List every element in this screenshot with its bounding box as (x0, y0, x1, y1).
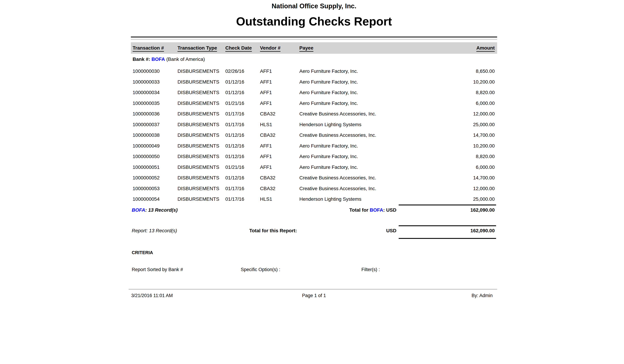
column-header-type[interactable]: Transaction Type (178, 45, 217, 52)
group-total-bank-link[interactable]: BOFA (370, 207, 383, 213)
cell-transaction[interactable]: 1000000053 (133, 183, 160, 194)
cell-vendor: CBA32 (260, 172, 275, 183)
cell-transaction[interactable]: 1000000049 (133, 141, 160, 151)
cell-check-date: 02/26/16 (225, 66, 244, 77)
cell-check-date: 01/12/16 (225, 130, 244, 141)
cell-payee: Aero Furniture Factory, Inc. (299, 141, 358, 151)
cell-type: DISBURSEMENTS (178, 183, 219, 194)
cell-vendor: AFF1 (260, 66, 272, 77)
cell-vendor: CBA32 (260, 108, 275, 119)
cell-transaction[interactable]: 1000000033 (133, 77, 160, 87)
table-row: 1000000051DISBURSEMENTS01/21/16AFF1Aero … (131, 162, 497, 173)
criteria-filters-label: Filter(s) : (362, 267, 380, 272)
cell-amount: 6,000.00 (476, 162, 495, 173)
cell-check-date: 01/21/16 (225, 98, 244, 109)
cell-payee: Henderson Lighting Systems (299, 194, 362, 205)
group-record-count: BOFA: 13 Record(s) (132, 207, 178, 213)
report-total-currency: USD (386, 228, 396, 234)
cell-type: DISBURSEMENTS (178, 172, 219, 183)
report-total-rule-bottom (399, 238, 496, 239)
group-record-bank-link[interactable]: BOFA (132, 207, 145, 213)
cell-payee: Creative Business Accessories, Inc. (299, 108, 376, 119)
criteria-heading: CRITERIA (132, 250, 153, 255)
cell-type: DISBURSEMENTS (178, 87, 219, 98)
bank-code-link[interactable]: BOFA (152, 56, 165, 62)
cell-payee: Creative Business Accessories, Inc. (299, 130, 376, 141)
cell-check-date: 01/12/16 (225, 77, 244, 87)
cell-check-date: 01/12/16 (225, 87, 244, 98)
cell-transaction[interactable]: 1000000052 (133, 172, 160, 183)
report-total-row: Report: 13 Record(s) Total for this Repo… (131, 228, 497, 236)
cell-check-date: 01/21/16 (225, 162, 244, 173)
column-header-transaction[interactable]: Transaction # (133, 45, 164, 52)
report-content: National Office Supply, Inc. Outstanding… (131, 0, 497, 364)
footer-rule (129, 289, 497, 290)
criteria-sorted-by: Report Sorted by Bank # (132, 267, 183, 272)
table-row: 1000000034DISBURSEMENTS01/12/16AFF1Aero … (131, 87, 497, 98)
column-header-check-date[interactable]: Check Date (225, 45, 252, 52)
bank-group-header: Bank #: BOFA (Bank of America) (133, 56, 205, 62)
group-record-count-text: : 13 Record(s) (145, 207, 178, 213)
cell-transaction[interactable]: 1000000030 (133, 66, 160, 77)
table-row: 1000000038DISBURSEMENTS01/12/16CBA32Crea… (131, 130, 497, 141)
cell-amount: 14,700.00 (473, 130, 495, 141)
report-record-count: Report: 13 Record(s) (132, 228, 177, 234)
column-header-amount[interactable]: Amount (476, 45, 495, 52)
criteria-specific-options-label: Specific Option(s) : (241, 267, 280, 272)
group-total-label-prefix: Total for (349, 207, 368, 213)
cell-vendor: AFF1 (260, 162, 272, 173)
cell-transaction[interactable]: 1000000036 (133, 108, 160, 119)
cell-transaction[interactable]: 1000000050 (133, 151, 160, 162)
cell-payee: Aero Furniture Factory, Inc. (299, 162, 358, 173)
report-total-rule-top (399, 225, 496, 226)
cell-vendor: HLS1 (260, 119, 272, 130)
table-row: 1000000030DISBURSEMENTS02/26/16AFF1Aero … (131, 66, 497, 77)
cell-transaction[interactable]: 1000000035 (133, 98, 160, 109)
cell-payee: Aero Furniture Factory, Inc. (299, 98, 358, 109)
cell-transaction[interactable]: 1000000037 (133, 119, 160, 130)
cell-transaction[interactable]: 1000000051 (133, 162, 160, 173)
cell-amount: 10,200.00 (473, 77, 495, 87)
cell-check-date: 01/17/16 (225, 194, 244, 205)
footer-generated-datetime: 3/21/2016 11:01 AM (131, 293, 173, 298)
report-total-label: Total for this Report: (249, 228, 297, 234)
cell-amount: 8,650.00 (476, 66, 495, 77)
title-rule-dark (131, 36, 497, 38)
cell-transaction[interactable]: 1000000038 (133, 130, 160, 141)
cell-transaction[interactable]: 1000000054 (133, 194, 160, 205)
cell-amount: 10,200.00 (473, 141, 495, 151)
cell-vendor: AFF1 (260, 98, 272, 109)
cell-amount: 12,000.00 (473, 183, 495, 194)
column-header-payee[interactable]: Payee (299, 45, 313, 52)
cell-type: DISBURSEMENTS (178, 119, 219, 130)
cell-vendor: AFF1 (260, 77, 272, 87)
cell-vendor: AFF1 (260, 87, 272, 98)
cell-vendor: AFF1 (260, 151, 272, 162)
group-total-amount: 162,090.00 (470, 207, 495, 213)
title-rule-light (131, 39, 497, 40)
cell-transaction[interactable]: 1000000034 (133, 87, 160, 98)
report-total-amount: 162,090.00 (470, 228, 495, 234)
report-title: Outstanding Checks Report (131, 15, 497, 28)
table-row: 1000000035DISBURSEMENTS01/21/16AFF1Aero … (131, 98, 497, 109)
group-total-row: BOFA: 13 Record(s) Total for BOFA: USD 1… (131, 207, 497, 215)
cell-payee: Aero Furniture Factory, Inc. (299, 151, 358, 162)
table-row: 1000000033DISBURSEMENTS01/12/16AFF1Aero … (131, 77, 497, 87)
cell-vendor: CBA32 (260, 130, 275, 141)
cell-amount: 8,820.00 (476, 87, 495, 98)
column-header-vendor[interactable]: Vendor # (260, 45, 281, 52)
footer-generated-by: By: Admin (471, 293, 493, 298)
cell-amount: 14,700.00 (473, 172, 495, 183)
footer: Page 1 of 1 3/21/2016 11:01 AM By: Admin (131, 293, 497, 300)
cell-amount: 8,820.00 (476, 151, 495, 162)
cell-payee: Aero Furniture Factory, Inc. (299, 77, 358, 87)
cell-type: DISBURSEMENTS (178, 130, 219, 141)
bank-label: Bank #: (133, 56, 150, 62)
cell-amount: 12,000.00 (473, 108, 495, 119)
cell-check-date: 01/12/16 (225, 172, 244, 183)
company-name: National Office Supply, Inc. (131, 2, 497, 10)
table-row: 1000000052DISBURSEMENTS01/12/16CBA32Crea… (131, 172, 497, 183)
table-rows: 1000000030DISBURSEMENTS02/26/16AFF1Aero … (131, 66, 497, 205)
bank-name: (Bank of America) (166, 56, 205, 62)
cell-check-date: 01/17/16 (225, 183, 244, 194)
